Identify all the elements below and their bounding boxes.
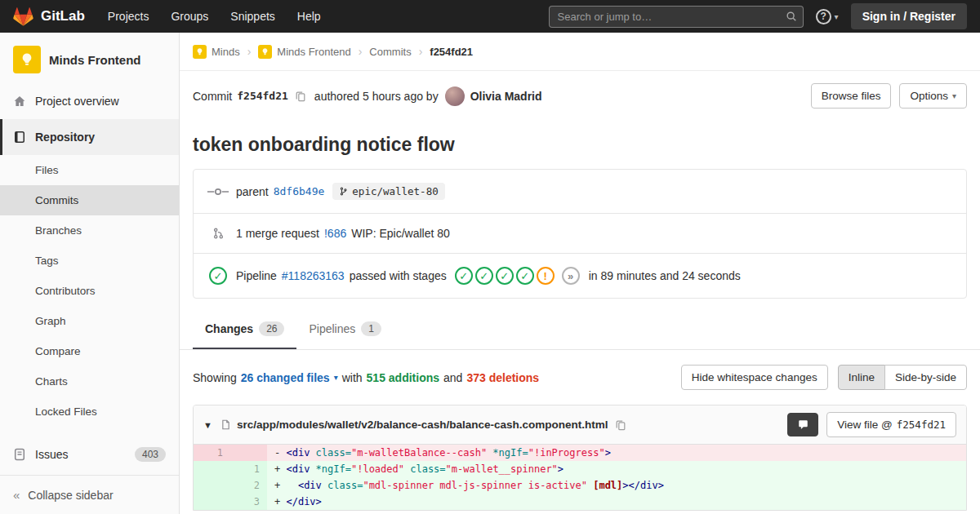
stage-icon-skipped[interactable]: » <box>562 267 580 285</box>
commit-info-box: parent 8df6b49e epic/wallet-80 1 merge r… <box>193 169 967 299</box>
view-file-button[interactable]: View file @ f254fd21 <box>826 412 956 437</box>
sidebar-item-branches[interactable]: Branches <box>0 215 179 246</box>
pipeline-id-link[interactable]: #118263163 <box>282 269 345 282</box>
sidebar-nav: Project overview Repository Files Commit… <box>0 83 179 472</box>
project-avatar-small <box>258 45 272 59</box>
tab-changes[interactable]: Changes 26 <box>193 308 296 349</box>
showing-label: Showing <box>193 371 237 384</box>
old-line-number[interactable] <box>194 461 230 477</box>
project-avatar <box>13 46 41 73</box>
file-icon <box>220 419 231 431</box>
collapse-sidebar-button[interactable]: « Collapse sidebar <box>0 475 179 514</box>
search-input[interactable] <box>549 6 804 28</box>
sidebar-item-graph[interactable]: Graph <box>0 306 179 336</box>
global-search <box>549 6 804 28</box>
commit-header: Commit f254fd21 authored 5 hours ago by … <box>180 71 980 121</box>
collapse-diff-caret-icon[interactable]: ▼ <box>203 420 212 430</box>
hide-whitespace-button[interactable]: Hide whitespace changes <box>681 365 828 390</box>
breadcrumb-separator: › <box>419 45 423 58</box>
stage-icon-success[interactable]: ✓ <box>455 267 473 285</box>
sidebar-item-files[interactable]: Files <box>0 155 179 185</box>
stage-icon-warning[interactable]: ! <box>537 267 555 285</box>
file-path[interactable]: src/app/modules/wallet/v2/balance-cash/b… <box>237 419 608 431</box>
top-navbar: GitLab Projects Groups Snippets Help ? ▾… <box>0 0 980 33</box>
help-menu[interactable]: ? ▾ <box>816 9 839 24</box>
pipeline-duration: in 89 minutes and 24 seconds <box>589 269 741 282</box>
new-line-number[interactable]: 1 <box>230 461 267 477</box>
nav-help[interactable]: Help <box>297 10 321 23</box>
options-dropdown-button[interactable]: Options ▾ <box>899 83 967 109</box>
nav-snippets[interactable]: Snippets <box>230 10 274 23</box>
diff-view-toggle: Inline Side-by-side <box>838 365 967 390</box>
tab-pipelines[interactable]: Pipelines 1 <box>296 308 394 349</box>
tab-label: Pipelines <box>309 322 355 335</box>
copy-sha-button[interactable] <box>295 91 306 102</box>
branch-ref-chip[interactable]: epic/wallet-80 <box>332 183 444 200</box>
view-file-label: View file @ <box>837 419 892 431</box>
repository-submenu: Files Commits Branches Tags Contributors… <box>0 155 179 436</box>
sidebar-item-label: Project overview <box>35 95 119 108</box>
tab-label: Changes <box>205 322 253 335</box>
toggle-comments-button[interactable] <box>787 413 818 436</box>
new-line-number[interactable] <box>230 445 267 461</box>
sidebar-item-compare[interactable]: Compare <box>0 336 179 366</box>
stage-icon-success[interactable]: ✓ <box>516 267 534 285</box>
pipeline-row: ✓ Pipeline #118263163 passed with stages… <box>194 254 966 298</box>
group-avatar <box>193 45 207 59</box>
main-menu: Projects Groups Snippets Help <box>108 10 321 23</box>
author-avatar[interactable] <box>445 86 465 106</box>
sign-in-button[interactable]: Sign in / Register <box>851 3 967 29</box>
chevron-down-icon: ▾ <box>952 91 956 100</box>
diff-code: + <div class="mdl-spinner mdl-js-spinner… <box>267 477 966 494</box>
new-line-number[interactable]: 2 <box>230 477 267 494</box>
copy-icon <box>295 91 306 102</box>
sidebar-item-commits[interactable]: Commits <box>0 185 179 215</box>
diff-code: - <div class="m-walletBalance--cash" *ng… <box>267 445 966 461</box>
stage-icon-success[interactable]: ✓ <box>496 267 514 285</box>
authored-text: authored 5 hours ago by <box>314 90 439 103</box>
sidebar-item-issues[interactable]: Issues 403 <box>0 436 179 472</box>
sidebar-item-tags[interactable]: Tags <box>0 246 179 276</box>
sidebar-item-label: Issues <box>35 448 68 461</box>
sidebar-item-repository[interactable]: Repository <box>0 119 179 155</box>
search-icon <box>786 11 797 22</box>
parent-sha-link[interactable]: 8df6b49e <box>274 185 325 197</box>
diff-file-actions: View file @ f254fd21 <box>787 412 956 437</box>
merge-request-link[interactable]: !686 <box>324 227 346 240</box>
commit-actions: Browse files Options ▾ <box>811 83 967 109</box>
project-header[interactable]: Minds Frontend <box>0 33 179 83</box>
changed-files-dropdown[interactable]: 26 changed files ▾ <box>241 371 338 384</box>
sidebar-item-label: Repository <box>35 131 95 144</box>
side-by-side-view-button[interactable]: Side-by-side <box>884 365 967 390</box>
diff-line: 2+ <div class="mdl-spinner mdl-js-spinne… <box>194 477 966 494</box>
old-line-number[interactable]: 1 <box>194 445 230 461</box>
sidebar-item-charts[interactable]: Charts <box>0 366 179 397</box>
breadcrumb: Minds › Minds Frontend › Commits › f254f… <box>180 33 980 71</box>
commit-tabs: Changes 26 Pipelines 1 <box>180 308 980 350</box>
inline-view-button[interactable]: Inline <box>838 365 885 390</box>
additions-count: 515 additions <box>367 371 439 384</box>
nav-projects[interactable]: Projects <box>108 10 149 23</box>
deletions-count: 373 deletions <box>466 371 539 384</box>
diff-summary-bar: Showing 26 changed files ▾ with 515 addi… <box>180 350 980 405</box>
gitlab-logo[interactable]: GitLab <box>13 7 85 27</box>
sidebar-item-project-overview[interactable]: Project overview <box>0 83 179 119</box>
stage-icon-success[interactable]: ✓ <box>475 267 493 285</box>
view-file-sha: f254fd21 <box>897 419 946 431</box>
breadcrumb-group[interactable]: Minds <box>212 46 240 58</box>
sidebar-item-locked-files[interactable]: Locked Files <box>0 397 179 427</box>
old-line-number[interactable] <box>194 477 230 494</box>
copy-file-path-button[interactable] <box>615 419 626 431</box>
nav-groups[interactable]: Groups <box>171 10 208 23</box>
browse-files-button[interactable]: Browse files <box>811 83 892 109</box>
old-line-number[interactable] <box>194 494 230 510</box>
book-icon <box>13 131 26 144</box>
author-name[interactable]: Olivia Madrid <box>470 90 542 103</box>
diff-file-header: ▼ src/app/modules/wallet/v2/balance-cash… <box>194 405 966 445</box>
sidebar-item-contributors[interactable]: Contributors <box>0 276 179 306</box>
collapse-chevrons-icon: « <box>13 488 20 502</box>
breadcrumb-commits[interactable]: Commits <box>369 46 411 58</box>
issues-count-badge: 403 <box>135 447 166 462</box>
breadcrumb-project[interactable]: Minds Frontend <box>277 46 350 58</box>
new-line-number[interactable]: 3 <box>230 494 267 510</box>
